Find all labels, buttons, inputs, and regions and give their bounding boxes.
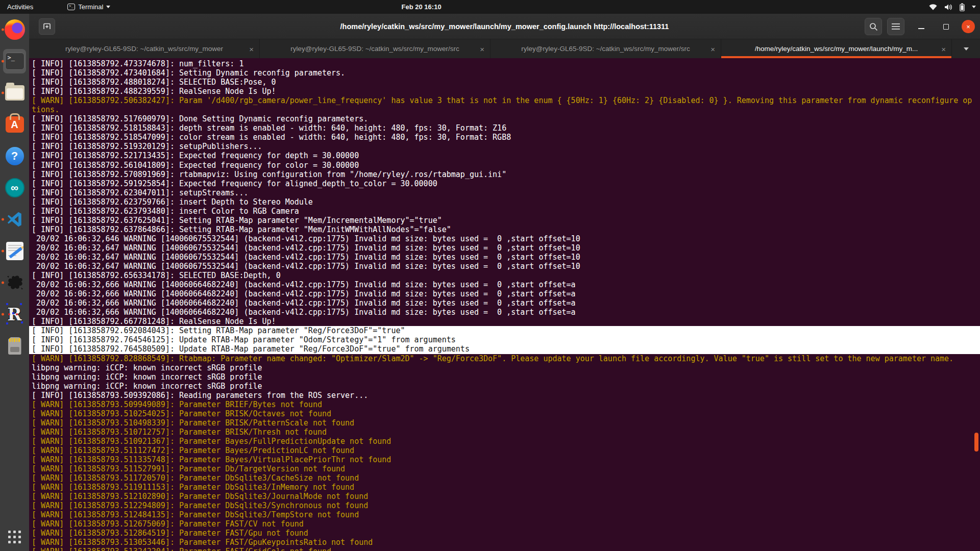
restore-button[interactable] [938, 19, 953, 34]
chevron-down-icon [972, 6, 976, 8]
dock-item-text-editor[interactable] [0, 235, 29, 267]
gnome-top-bar: Activities >_ Terminal Feb 20 16:10 [0, 0, 980, 14]
minimize-button[interactable] [914, 19, 929, 34]
running-indicator [2, 218, 4, 221]
caret-down-icon [106, 6, 110, 8]
terminal-row: [ WARN] [1613858793.513242204]: Paramete… [29, 547, 980, 551]
terminal-row: tions. [29, 105, 980, 114]
volume-icon [944, 4, 952, 11]
tab-list-dropdown[interactable] [952, 39, 980, 58]
app-menu-terminal[interactable]: >_ Terminal [63, 0, 114, 14]
show-applications-button[interactable] [0, 525, 29, 548]
dock-item-arduino[interactable]: ∞ [0, 172, 29, 204]
terminal-row: [ WARN] [1613858793.510921367]: Paramete… [29, 437, 980, 446]
dock-item-rviz[interactable]: R [0, 298, 29, 330]
running-indicator [2, 313, 4, 316]
terminal-row: [ WARN] [1613858793.511527991]: Paramete… [29, 464, 980, 473]
hamburger-menu-button[interactable] [887, 18, 904, 35]
close-button[interactable]: × [962, 20, 975, 33]
terminal-row: [ INFO] [1613858792.764580509]: Update R… [29, 344, 980, 354]
terminal-row: [ INFO] [1613858792.488018274]: SELECTED… [29, 78, 980, 87]
dock-item-sd-card[interactable] [0, 330, 29, 362]
terminal-row: 20/02 16:06:32,666 WARNING [140060664682… [29, 298, 980, 308]
terminal-row: [ INFO] [1613858792.623793480]: insert C… [29, 207, 980, 216]
terminal-row: [ WARN] [1613858792.828868549]: Rtabmap:… [29, 354, 980, 363]
running-indicator [2, 250, 4, 253]
terminal-tab[interactable]: /home/ryley/catkin_ws/src/my_mower/launc… [721, 39, 952, 58]
terminal-row: 20/02 16:06:32,666 WARNING [140060664682… [29, 289, 980, 298]
terminal-row: [ INFO] [1613858792.667781248]: RealSens… [29, 317, 980, 326]
terminal-row: [ WARN] [1613858793.511127472]: Paramete… [29, 446, 980, 455]
terminal-row: [ INFO] [1613858792.518547099]: color st… [29, 133, 980, 142]
activities-button[interactable]: Activities [0, 0, 40, 14]
terminal-tab[interactable]: ryley@ryley-GL65-9SD: ~/catkin_ws/src/my… [29, 39, 260, 58]
terminal-row: [ INFO] [1613858792.692084043]: Setting … [29, 326, 980, 335]
ink-splat-icon [5, 272, 25, 293]
terminal-row: [ WARN] [1613858792.506382427]: Param '/… [29, 96, 980, 105]
terminal-row: [ INFO] [1613858792.561041809]: Expected… [29, 161, 980, 170]
terminal-row: [ WARN] [1613858793.512675069]: Paramete… [29, 519, 980, 529]
terminal-row: [ INFO] [1613858792.570891969]: rtabmapv… [29, 170, 980, 179]
terminal-icon: >_ [5, 53, 24, 70]
new-tab-button[interactable] [39, 18, 55, 35]
terminal-row: [ INFO] [1613858792.517690979]: Done Set… [29, 114, 980, 123]
terminal-row: libpng warning: iCCP: known incorrect sR… [29, 382, 980, 391]
terminal-row: 20/02 16:06:32,646 WARNING [140060675532… [29, 234, 980, 243]
terminal-row: [ INFO] [1613858792.519320129]: setupPub… [29, 142, 980, 151]
terminal-row: [ WARN] [1613858793.512294809]: Paramete… [29, 501, 980, 510]
dock-item-terminal[interactable]: >_ [0, 45, 29, 77]
tab-close-icon[interactable]: × [480, 44, 484, 53]
rviz-icon: R [7, 304, 21, 324]
terminal-row: 20/02 16:06:32,666 WARNING [140060664682… [29, 308, 980, 317]
terminal-row: [ WARN] [1613858793.510254025]: Paramete… [29, 409, 980, 418]
running-indicator [2, 29, 4, 31]
terminal-row: libpng warning: iCCP: known incorrect sR… [29, 372, 980, 382]
tab-close-icon[interactable]: × [941, 44, 946, 53]
dock-item-help[interactable]: ? [0, 140, 29, 172]
tab-label: /home/ryley/catkin_ws/src/my_mower/launc… [755, 45, 918, 53]
dock-item-ubuntu-software[interactable]: A [0, 109, 29, 140]
terminal-row: [ WARN] [1613858793.510712757]: Paramete… [29, 428, 980, 437]
terminal-row: 20/02 16:06:32,666 WARNING [140060664682… [29, 280, 980, 289]
dock-item-files[interactable] [0, 77, 29, 109]
window-title: /home/ryley/catkin_ws/src/my_mower/launc… [29, 14, 980, 39]
terminal-row: [ INFO] [1613858792.623047011]: setupStr… [29, 188, 980, 197]
running-indicator [2, 282, 4, 284]
dock-item-firefox[interactable] [0, 14, 29, 45]
tab-bar: ryley@ryley-GL65-9SD: ~/catkin_ws/src/my… [29, 39, 980, 58]
terminal-row: [ WARN] [1613858793.512484135]: Paramete… [29, 510, 980, 519]
terminal-row: [ WARN] [1613858793.511911153]: Paramete… [29, 483, 980, 492]
terminal-row: [ WARN] [1613858793.511335748]: Paramete… [29, 455, 980, 464]
scrollbar-thumb[interactable] [974, 433, 978, 452]
terminal-mini-icon: >_ [67, 4, 75, 10]
window-headerbar: /home/ryley/catkin_ws/src/my_mower/launc… [29, 14, 980, 39]
terminal-row: [ INFO] [1613858792.473401684]: Setting … [29, 68, 980, 78]
close-icon: × [966, 23, 970, 31]
terminal-row: [ INFO] [1613858792.521713435]: Expected… [29, 151, 980, 160]
terminal-output[interactable]: [ INFO] [1613858792.473374678]: num_filt… [29, 58, 980, 551]
terminal-tab[interactable]: ryley@ryley-GL65-9SD: ~/catkin_ws/src/my… [491, 39, 721, 58]
terminal-row: [ WARN] [1613858793.511720570]: Paramete… [29, 473, 980, 483]
running-indicator [2, 60, 4, 63]
files-icon [5, 85, 24, 101]
dock-item-vscode[interactable] [0, 204, 29, 235]
firefox-icon [5, 19, 25, 40]
search-button[interactable] [865, 18, 882, 35]
battery-icon [960, 3, 965, 11]
clock[interactable]: Feb 20 16:10 [402, 0, 442, 14]
dock-item-ink-splat-app[interactable] [0, 267, 29, 298]
terminal-row: [ WARN] [1613858793.512864519]: Paramete… [29, 529, 980, 538]
system-status-area[interactable] [929, 0, 976, 14]
terminal-row: [ INFO] [1613858792.656334178]: SELECTED… [29, 271, 980, 280]
tab-close-icon[interactable]: × [710, 44, 715, 53]
minimize-icon [918, 28, 924, 29]
apps-grid-icon [8, 531, 21, 543]
terminal-row: [ WARN] [1613858793.512102890]: Paramete… [29, 492, 980, 501]
text-editor-icon [6, 242, 23, 260]
ubuntu-dock: >_ A ? ∞ R [0, 14, 29, 551]
app-menu-label: Terminal [78, 3, 103, 11]
tab-close-icon[interactable]: × [249, 44, 254, 53]
terminal-tab[interactable]: ryley@ryley-GL65-9SD: ~/catkin_ws/src/my… [260, 39, 491, 58]
terminal-row: [ INFO] [1613858792.591925854]: Expected… [29, 179, 980, 188]
vscode-icon [5, 209, 25, 230]
